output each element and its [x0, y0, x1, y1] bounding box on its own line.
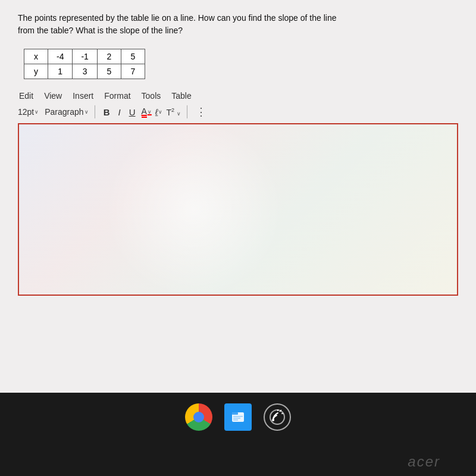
svg-rect-1: [232, 412, 238, 415]
more-options-button[interactable]: ⋮: [196, 105, 206, 118]
editor-toolbar: 12pt ∨ Paragraph ∨ B I U A ∨ ℓ ∨ T2 ∨ ⋮: [18, 105, 458, 118]
paragraph-arrow: ∨: [84, 109, 89, 115]
paragraph-label: Paragraph: [45, 107, 83, 117]
highlight-label: ℓ: [155, 107, 158, 117]
table-x3: 2: [97, 49, 121, 64]
data-table: x -4 -1 2 5 y 1 3 5 7: [24, 49, 145, 79]
table-y4: 7: [121, 64, 145, 79]
menu-tools[interactable]: Tools: [142, 91, 161, 101]
highlight-arrow: ∨: [158, 109, 162, 115]
taskbar: acer: [0, 393, 476, 476]
highlight-button[interactable]: ℓ ∨: [155, 107, 163, 117]
svg-rect-3: [233, 418, 240, 419]
table-x4: 5: [121, 49, 145, 64]
menu-edit[interactable]: Edit: [19, 91, 33, 101]
table-y2: 3: [73, 64, 97, 79]
italic-button[interactable]: I: [115, 106, 123, 118]
editor-glow: [105, 123, 283, 296]
files-svg: [230, 409, 246, 425]
table-header-y: y: [24, 64, 48, 79]
svg-rect-4: [233, 419, 238, 421]
chrome-inner-circle: [193, 412, 204, 422]
main-content: The points represented by the table lie …: [0, 0, 476, 393]
toolbar-divider-2: [187, 105, 187, 118]
font-size-label: 12pt: [18, 107, 34, 117]
svg-point-6: [272, 419, 274, 421]
font-size-selector[interactable]: 12pt ∨: [18, 107, 39, 117]
table-x2: -1: [73, 49, 97, 64]
font-color-arrow: ∨: [148, 109, 152, 115]
paragraph-selector[interactable]: Paragraph ∨: [45, 107, 88, 117]
table-y1: 1: [48, 64, 73, 79]
font-color-label: A: [142, 107, 147, 118]
cast-icon[interactable]: [264, 403, 291, 431]
toolbar-divider-1: [95, 105, 95, 118]
text-editor-area[interactable]: [18, 123, 458, 296]
cast-svg: [268, 408, 286, 426]
editor-menu: Edit View Insert Format Tools Table: [18, 91, 458, 101]
superscript-button[interactable]: T2 ∨: [166, 107, 180, 117]
bold-button[interactable]: B: [101, 106, 112, 118]
question-block: The points represented by the table lie …: [18, 12, 458, 37]
menu-view[interactable]: View: [44, 91, 62, 101]
question-line2: from the table? What is the slope of the…: [18, 26, 183, 35]
files-icon[interactable]: [224, 403, 252, 431]
chrome-icon[interactable]: [185, 403, 212, 431]
menu-insert[interactable]: Insert: [73, 91, 93, 101]
menu-table[interactable]: Table: [171, 91, 191, 101]
table-x1: -4: [48, 49, 73, 64]
svg-rect-2: [233, 416, 243, 417]
menu-format[interactable]: Format: [104, 91, 130, 101]
superscript-num: 2: [171, 107, 174, 113]
font-color-button[interactable]: A ∨: [142, 107, 152, 118]
question-line1: The points represented by the table lie …: [18, 13, 336, 23]
svg-point-5: [270, 410, 284, 424]
font-size-arrow: ∨: [35, 109, 39, 115]
brand-text: acer: [408, 453, 440, 470]
underline-button[interactable]: U: [127, 106, 138, 118]
table-header-x: x: [24, 49, 48, 64]
table-y3: 5: [97, 64, 121, 79]
